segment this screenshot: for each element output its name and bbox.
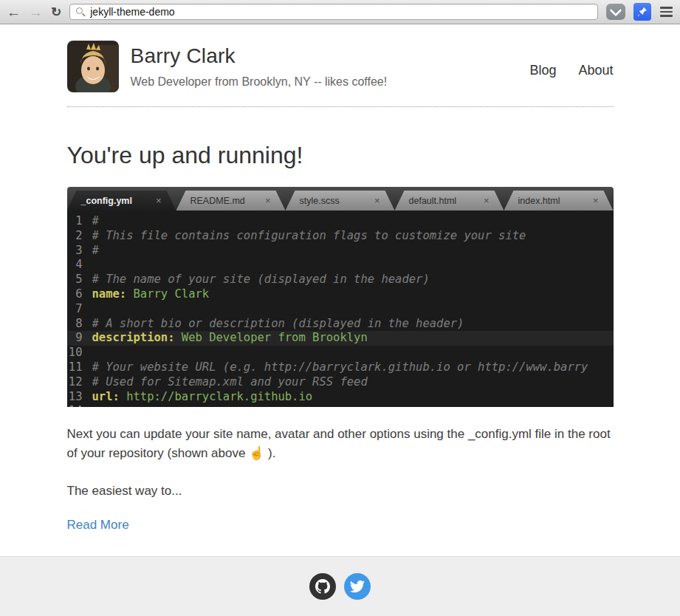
avatar[interactable] [67,41,119,92]
code-editor-screenshot: _config.yml×README.md×style.scss×default… [67,187,614,407]
nav-link-blog[interactable]: Blog [529,63,556,78]
code-line-14: 14 [67,404,614,407]
line-number: 8 [67,317,92,332]
line-number: 1 [67,214,92,229]
code-line-12: 12# Used for Sitemap.xml and your RSS fe… [67,375,614,390]
code-line-4: 4 [67,258,614,273]
address-bar[interactable]: jekyll-theme-demo [69,4,598,20]
line-number: 14 [67,404,92,407]
site-description: Web Developer from Brooklyn, NY -- likes… [131,75,388,89]
tab-close-icon[interactable]: × [593,195,599,206]
site-footer [0,556,680,616]
line-number: 2 [67,229,92,244]
code-text: # Used for Sitemap.xml and your RSS feed [92,375,368,390]
site-nav: Blog About [529,63,613,78]
post-title: You're up and running! [67,142,614,169]
line-number: 11 [67,360,92,375]
code-text: # [92,214,99,229]
tab-close-icon[interactable]: × [374,195,380,206]
line-number: 12 [67,375,92,390]
address-bar-value: jekyll-theme-demo [90,6,174,18]
editor-tab-index.html[interactable]: index.html× [504,191,614,211]
site-name[interactable]: Barry Clark [131,44,388,68]
line-number: 5 [67,273,92,287]
tab-label: default.html [409,196,457,206]
search-icon [76,7,85,16]
code-line-1: 1# [67,214,614,229]
post-paragraph: The easiest way to... [67,482,614,501]
nav-link-about[interactable]: About [578,63,613,78]
code-text: # Your website URL (e.g. http://barrycla… [92,360,588,375]
code-text: # The name of your site (displayed in th… [92,273,430,287]
editor-tab-default.html[interactable]: default.html× [395,191,504,211]
pushpin-icon[interactable] [633,3,651,21]
line-number: 13 [67,390,92,405]
site-header: Barry Clark Web Developer from Brooklyn,… [67,24,614,92]
pocket-icon[interactable] [606,4,625,20]
code-line-11: 11# Your website URL (e.g. http://barryc… [67,360,614,375]
line-number: 7 [67,302,92,317]
line-number: 10 [67,346,92,360]
editor-code-area: 1#2# This file contains configuration fl… [67,211,614,407]
code-line-6: 6name: Barry Clark [67,287,614,302]
twitter-link[interactable] [344,573,371,600]
tab-label: style.scss [300,196,340,206]
reload-icon[interactable]: ↻ [51,4,61,20]
post-paragraph: Next you can update your site name, avat… [67,425,614,462]
tab-label: index.html [518,196,560,206]
code-line-13: 13url: http://barryclark.github.io [67,390,614,405]
code-line-8: 8# A short bio or description (displayed… [67,317,614,332]
code-text: # A short bio or description (displayed … [92,317,464,332]
menu-icon[interactable] [659,5,673,18]
page: Barry Clark Web Developer from Brooklyn,… [0,24,680,556]
browser-toolbar: ← → ↻ jekyll-theme-demo [0,0,680,24]
back-icon[interactable]: ← [7,5,21,19]
line-number: 9 [67,331,92,346]
read-more-link[interactable]: Read More [67,518,129,533]
editor-tab-_config.yml[interactable]: _config.yml× [67,191,176,211]
code-line-2: 2# This file contains configuration flag… [67,229,614,244]
code-text: name: Barry Clark [92,287,210,302]
tab-label: README.md [190,196,245,206]
code-line-7: 7 [67,302,614,317]
code-text: url: http://barryclark.github.io [92,390,313,405]
tab-close-icon[interactable]: × [265,195,271,206]
pushpin-glyph [636,6,648,18]
tab-label: _config.yml [81,196,132,206]
forward-icon[interactable]: → [29,5,43,19]
code-text: # This file contains configuration flags… [92,229,526,244]
github-link[interactable] [309,573,336,600]
header-divider [67,106,614,107]
line-number: 6 [67,287,92,302]
editor-tab-bar: _config.yml×README.md×style.scss×default… [67,187,614,211]
line-number: 3 [67,244,92,259]
code-line-10: 10 [67,346,614,360]
editor-tab-README.md[interactable]: README.md× [176,191,286,211]
github-icon [315,579,330,594]
tab-close-icon[interactable]: × [484,195,490,206]
code-text: description: Web Developer from Brooklyn [92,331,368,346]
masthead: Barry Clark Web Developer from Brooklyn,… [131,41,388,89]
code-line-3: 3# [67,244,614,259]
line-number: 4 [67,258,92,273]
post: You're up and running! _config.yml×READM… [67,142,614,533]
browser-window: ← → ↻ jekyll-theme-demo [0,0,680,616]
code-line-5: 5# The name of your site (displayed in t… [67,273,614,287]
tab-close-icon[interactable]: × [156,195,162,206]
code-line-9: 9description: Web Developer from Brookly… [67,331,614,346]
editor-tab-style.scss[interactable]: style.scss× [286,191,395,211]
code-text: # [92,244,99,259]
twitter-icon [350,579,365,594]
